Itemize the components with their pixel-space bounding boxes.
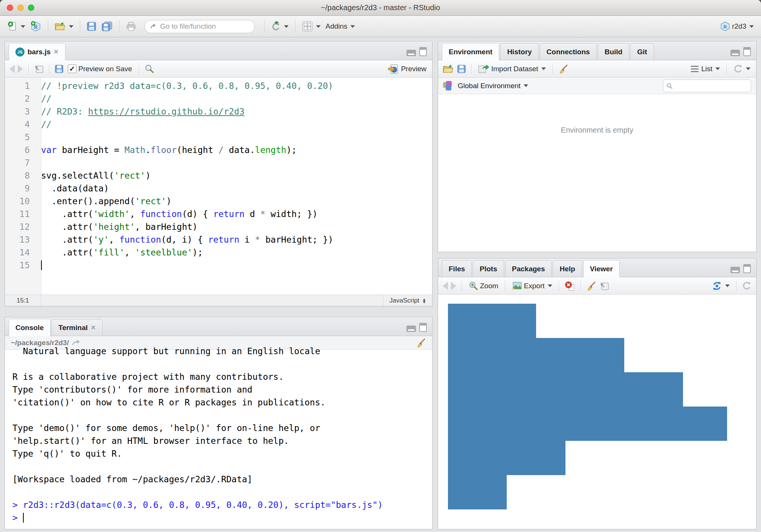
pane-window-buttons [406, 323, 427, 332]
clear-viewer-broom-icon[interactable] [586, 281, 596, 291]
close-window-button[interactable] [7, 5, 13, 11]
tab-label: Git [637, 48, 647, 56]
open-in-new-window-icon[interactable] [599, 281, 609, 290]
minimize-pane-button[interactable] [730, 50, 740, 56]
tab-git[interactable]: Git [630, 43, 654, 60]
pane-layout-button[interactable] [301, 20, 322, 33]
tab-files[interactable]: Files [442, 260, 472, 277]
new-project-icon: R [30, 21, 41, 32]
maximize-pane-button[interactable] [743, 47, 751, 56]
print-button[interactable] [125, 21, 138, 32]
viewer-pane: Files Plots Packages Help Viewer [438, 258, 756, 529]
line-number: 10 [5, 195, 36, 208]
toolbar-separator [505, 280, 505, 292]
environment-scope-selector[interactable]: Global Environment [457, 81, 529, 91]
import-dataset-label: Import Dataset [491, 65, 538, 73]
version-control-button[interactable] [270, 20, 290, 32]
save-button[interactable] [86, 21, 98, 32]
close-tab-icon[interactable] [53, 49, 58, 55]
forward-icon[interactable] [451, 282, 456, 290]
tab-terminal[interactable]: Terminal [52, 319, 102, 336]
chevron-down-icon [548, 284, 552, 287]
chevron-down-icon [21, 25, 25, 28]
console-line: Type 'demo()' for some demos, 'help()' f… [12, 422, 432, 434]
toolbar-separator [119, 20, 119, 33]
addins-button[interactable]: Addins [324, 21, 356, 31]
maximize-pane-button[interactable] [419, 323, 427, 332]
new-file-button[interactable] [6, 20, 26, 32]
tab-bars-js[interactable]: JS bars.js [9, 43, 66, 60]
save-all-button[interactable] [100, 20, 114, 32]
tab-environment[interactable]: Environment [442, 43, 499, 60]
tab-label: Viewer [590, 265, 613, 273]
project-menu-button[interactable]: R r2d3 [719, 20, 755, 32]
environment-search-input[interactable] [675, 82, 748, 90]
tab-plots[interactable]: Plots [473, 260, 504, 277]
export-button[interactable]: Export [510, 281, 553, 291]
new-project-button[interactable]: R [29, 20, 43, 33]
tab-packages[interactable]: Packages [505, 260, 552, 277]
maximize-pane-button[interactable] [419, 47, 427, 56]
tab-help[interactable]: Help [553, 260, 582, 277]
tab-viewer[interactable]: Viewer [583, 260, 620, 277]
editor-toolbar: Preview on Save Preview [5, 60, 432, 78]
search-icon[interactable] [144, 64, 154, 74]
code-editor[interactable]: 1// !preview r2d3 data=c(0.3, 0.6, 0.8, … [5, 78, 432, 295]
source-editor-pane: JS bars.js [5, 41, 432, 306]
preview-on-save-label: Preview on Save [78, 65, 132, 73]
minimize-pane-button[interactable] [406, 50, 416, 56]
refresh-icon [733, 64, 743, 74]
line-number: 11 [5, 208, 36, 220]
pane-window-buttons [406, 47, 427, 56]
maximize-pane-button[interactable] [743, 264, 751, 273]
chevron-down-icon [350, 25, 355, 28]
code-line: 14 .attr('fill', 'steelblue'); [5, 246, 432, 259]
export-label: Export [524, 282, 545, 290]
code-line: 6var barHeight = Math.floor(height / dat… [5, 144, 432, 156]
forward-icon[interactable] [18, 65, 23, 73]
preview-button[interactable]: Preview [387, 63, 428, 75]
sync-viewer-button[interactable] [711, 280, 731, 292]
open-in-new-window-icon[interactable] [34, 64, 44, 73]
list-icon [690, 65, 699, 73]
environment-scope-icon [443, 81, 453, 91]
open-file-button[interactable] [53, 21, 75, 32]
load-workspace-icon[interactable] [443, 64, 454, 74]
toolbar-separator [49, 63, 49, 75]
tab-console[interactable]: Console [9, 319, 50, 336]
refresh-icon[interactable] [742, 281, 752, 291]
save-workspace-icon[interactable] [457, 64, 466, 73]
console-output[interactable]: Natural language support but running in … [5, 345, 432, 524]
close-tab-icon[interactable] [91, 325, 96, 331]
minimize-window-button[interactable] [17, 5, 24, 11]
zoom-button[interactable]: Zoom [467, 280, 500, 292]
toolbar-separator [264, 20, 265, 33]
tab-label: Plots [480, 265, 497, 273]
toolbar-separator [80, 20, 80, 33]
goto-file-input[interactable] [160, 22, 249, 31]
console-pane: Console Terminal ~/packages/r2d3/ [5, 317, 432, 529]
preview-on-save-checkbox[interactable]: Preview on Save [67, 64, 133, 74]
clear-environment-broom-icon[interactable] [558, 64, 568, 74]
back-icon[interactable] [9, 65, 15, 73]
minimize-pane-button[interactable] [730, 267, 740, 273]
chevron-down-icon [284, 25, 289, 28]
back-icon[interactable] [443, 282, 448, 290]
import-dataset-button[interactable]: Import Dataset [477, 63, 547, 75]
chevron-down-icon [69, 25, 73, 28]
code-line: 5 [5, 131, 432, 144]
list-view-button[interactable]: List [689, 64, 721, 74]
code-line: 9 .data(data) [5, 182, 432, 195]
refresh-environment-button[interactable] [732, 63, 752, 75]
save-icon[interactable] [55, 64, 64, 73]
zoom-window-button[interactable] [28, 5, 34, 11]
tab-connections[interactable]: Connections [540, 43, 597, 60]
minimize-pane-button[interactable] [406, 326, 416, 332]
console-line: > r2d3::r2d3(data=c(0.3, 0.6, 0.8, 0.95,… [12, 498, 432, 511]
line-number: 1 [5, 79, 36, 92]
tab-build[interactable]: Build [598, 43, 630, 60]
tab-history[interactable]: History [500, 43, 538, 60]
remove-viewer-item-icon[interactable] [564, 281, 575, 291]
language-selector[interactable]: JavaScript [383, 295, 432, 306]
main-toolbar: R Addins [0, 16, 761, 37]
